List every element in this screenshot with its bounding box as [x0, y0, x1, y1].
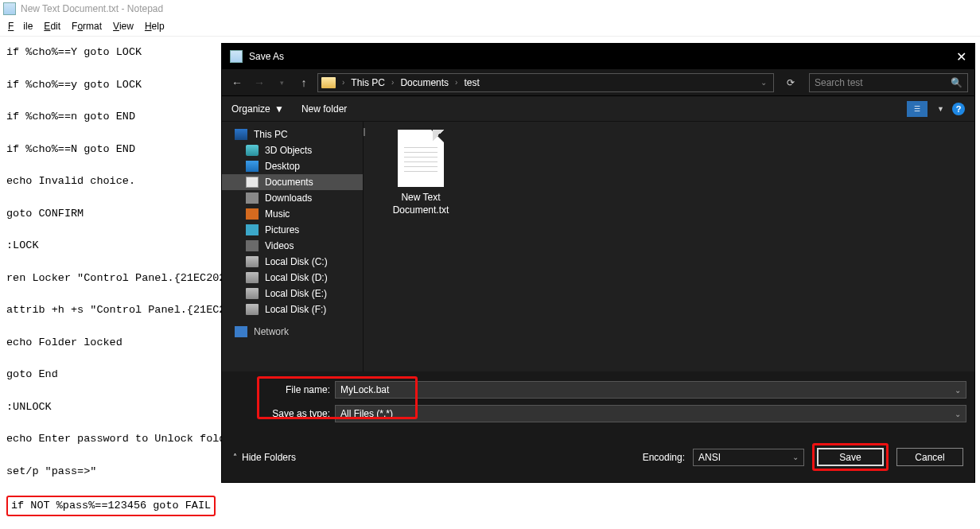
tree-item-local-disk-e-[interactable]: Local Disk (E:) — [222, 286, 363, 301]
filename-input[interactable]: MyLock.bat ⌄ — [335, 381, 966, 399]
menu-format[interactable]: Format — [67, 19, 107, 33]
folder-icon — [321, 77, 336, 88]
tree-network[interactable]: Network — [222, 324, 363, 340]
encoding-value: ANSI — [698, 452, 721, 463]
notepad-icon — [230, 50, 243, 63]
notepad-title-text: New Text Document.txt - Notepad — [21, 3, 163, 14]
save-button[interactable]: Save — [817, 448, 884, 466]
filename-label: File name: — [270, 384, 335, 395]
chevron-down-icon[interactable]: ⌄ — [955, 386, 961, 395]
tree-item-label: Downloads — [265, 193, 312, 204]
menu-view[interactable]: View — [108, 19, 138, 33]
chevron-down-icon: ⌄ — [792, 453, 799, 461]
crumb-test[interactable]: test — [461, 77, 482, 88]
tree-item-label: 3D Objects — [265, 145, 312, 156]
menu-edit[interactable]: Edit — [39, 19, 65, 33]
disk-icon — [246, 272, 259, 283]
dialog-title-text: Save As — [249, 51, 284, 62]
nav-back-icon[interactable]: ← — [228, 76, 246, 89]
splitter-handle[interactable] — [364, 128, 365, 136]
tree-item-label: This PC — [254, 129, 288, 140]
nav-recent-icon[interactable]: ▾ — [273, 79, 290, 87]
menu-help[interactable]: Help — [140, 19, 169, 33]
encoding-label: Encoding: — [643, 452, 685, 463]
menu-file[interactable]: File — [3, 19, 37, 33]
refresh-icon[interactable]: ⟳ — [782, 77, 799, 88]
notepad-icon — [3, 2, 16, 15]
savetype-label: Save as type: — [270, 408, 335, 419]
savetype-value: All Files (*.*) — [340, 408, 393, 419]
cancel-button[interactable]: Cancel — [896, 448, 963, 466]
tree-item-label: Documents — [265, 177, 313, 188]
dialog-main: This PC3D ObjectsDesktopDocumentsDownloa… — [222, 122, 974, 371]
disk-icon — [246, 288, 259, 299]
nav-up-icon[interactable]: ↑ — [295, 76, 313, 89]
search-input[interactable]: Search test 🔍 — [809, 73, 968, 92]
3d-icon — [246, 145, 259, 156]
caret-down-icon: ▼ — [274, 103, 284, 115]
chevron-down-icon[interactable]: ⌄ — [759, 78, 768, 87]
file-item-label: New Text Document.txt — [381, 192, 461, 216]
chevron-right-icon[interactable]: › — [340, 78, 346, 87]
docs-icon — [246, 177, 259, 188]
tree-item-label: Local Disk (C:) — [265, 256, 328, 267]
notepad-titlebar: New Text Document.txt - Notepad — [0, 0, 980, 18]
dialog-titlebar: Save As ✕ — [222, 44, 974, 69]
desktop-icon — [246, 161, 259, 172]
dl-icon — [246, 193, 259, 204]
chevron-right-icon[interactable]: › — [390, 78, 395, 87]
tree-this-pc[interactable]: This PC — [222, 126, 363, 142]
crumb-documents[interactable]: Documents — [397, 77, 452, 88]
disk-icon — [246, 256, 259, 267]
nav-forward-icon[interactable]: → — [251, 76, 268, 89]
document-icon — [398, 130, 444, 187]
tree-item-downloads[interactable]: Downloads — [222, 190, 363, 206]
tree-item-music[interactable]: Music — [222, 206, 363, 222]
tree-item-label: Pictures — [265, 224, 299, 235]
folder-tree[interactable]: This PC3D ObjectsDesktopDocumentsDownloa… — [222, 122, 364, 371]
pics-icon — [246, 224, 259, 235]
net-icon — [235, 326, 247, 337]
disk-icon — [246, 304, 259, 315]
tree-item-label: Music — [265, 208, 290, 220]
save-as-dialog: Save As ✕ ← → ▾ ↑ › This PC › Documents … — [221, 43, 975, 483]
tree-item-local-disk-f-[interactable]: Local Disk (F:) — [222, 301, 363, 317]
help-icon[interactable]: ? — [952, 103, 965, 115]
new-folder-button[interactable]: New folder — [301, 103, 347, 115]
organize-button[interactable]: Organize ▼ — [231, 103, 284, 115]
dialog-toolbar: Organize ▼ New folder ☰ ▼ ? — [222, 96, 974, 122]
tree-item-desktop[interactable]: Desktop — [222, 158, 363, 174]
tree-item-3d-objects[interactable]: 3D Objects — [222, 142, 363, 158]
pc-icon — [235, 129, 247, 140]
music-icon — [246, 208, 259, 220]
tree-item-documents[interactable]: Documents — [222, 174, 363, 190]
chevron-right-icon[interactable]: › — [453, 78, 459, 87]
file-list[interactable]: New Text Document.txt — [364, 122, 974, 371]
highlighted-line: if NOT %pass%==123456 goto FAIL — [6, 496, 216, 516]
file-item[interactable]: New Text Document.txt — [381, 130, 461, 216]
tree-item-label: Local Disk (F:) — [265, 304, 326, 315]
tree-item-label: Videos — [265, 240, 294, 251]
hide-folders-button[interactable]: ˄ Hide Folders — [233, 452, 296, 463]
tree-item-local-disk-d-[interactable]: Local Disk (D:) — [222, 270, 363, 286]
vids-icon — [246, 240, 259, 251]
close-icon[interactable]: ✕ — [956, 49, 966, 64]
tree-item-local-disk-c-[interactable]: Local Disk (C:) — [222, 254, 363, 270]
savetype-select[interactable]: All Files (*.*) ⌄ — [335, 405, 966, 422]
tree-item-label: Desktop — [265, 161, 300, 172]
chevron-down-icon[interactable]: ⌄ — [955, 410, 961, 418]
tree-item-videos[interactable]: Videos — [222, 238, 363, 254]
caret-down-icon[interactable]: ▼ — [937, 105, 944, 113]
encoding-select[interactable]: ANSI ⌄ — [693, 449, 804, 466]
tree-item-label: Local Disk (E:) — [265, 288, 327, 299]
chevron-up-icon: ˄ — [233, 453, 237, 461]
tree-item-pictures[interactable]: Pictures — [222, 222, 363, 238]
view-mode-button[interactable]: ☰ — [907, 101, 928, 117]
search-placeholder: Search test — [815, 77, 863, 88]
breadcrumb-bar[interactable]: › This PC › Documents › test ⌄ — [317, 73, 774, 92]
tree-item-label: Local Disk (D:) — [265, 272, 328, 283]
tree-item-label: Network — [254, 326, 289, 337]
search-icon: 🔍 — [951, 77, 962, 88]
dialog-nav: ← → ▾ ↑ › This PC › Documents › test ⌄ ⟳… — [222, 69, 974, 96]
crumb-this-pc[interactable]: This PC — [348, 77, 388, 88]
